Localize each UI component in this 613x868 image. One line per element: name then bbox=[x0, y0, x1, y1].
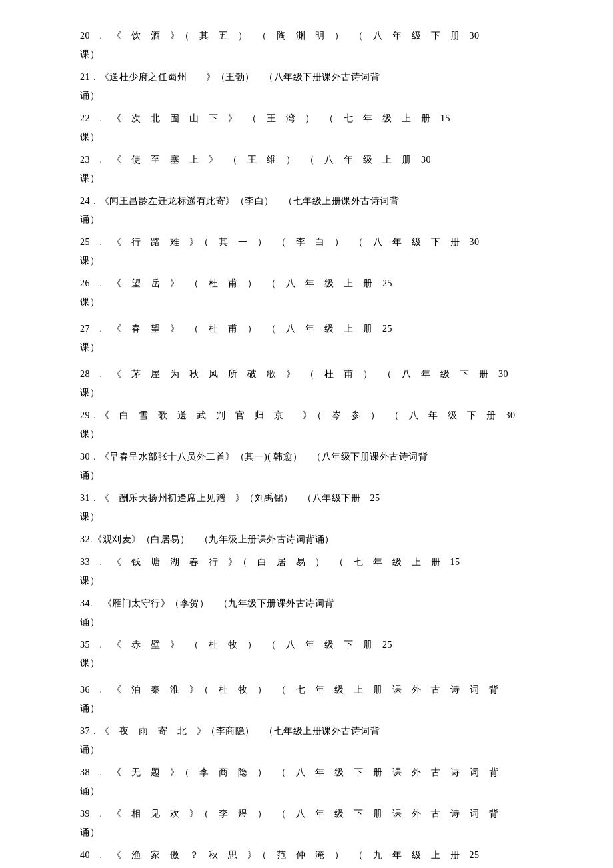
entry-37: 37．《 夜 雨 寄 北 》（李商隐） （七年级上册课外古诗词背诵） bbox=[80, 722, 533, 759]
entry-31: 31．《 酬乐天扬州初逢席上见赠 》（刘禹锡） （八年级下册 25课） bbox=[80, 489, 533, 526]
entry-22-text: 22 . 《 次 北 固 山 下 》 （ 王 湾 ） （ 七 年 级 上 册 1… bbox=[80, 113, 450, 142]
entry-35: 35 . 《 赤 壁 》 （ 杜 牧 ） （ 八 年 级 下 册 25课） bbox=[80, 636, 533, 673]
entry-24-text: 24．《闻王昌龄左迁龙标遥有此寄》（李白） （七年级上册课外古诗词背诵） bbox=[80, 196, 399, 224]
entry-38-text: 38 . 《 无 题 》（ 李 商 隐 ） （ 八 年 级 下 册 课 外 古 … bbox=[80, 767, 498, 796]
entry-39-text: 39 . 《 相 见 欢 》（ 李 煜 ） （ 八 年 级 下 册 课 外 古 … bbox=[80, 809, 498, 837]
entry-20-text: 20 . 《 饮 酒 》（ 其 五 ） （ 陶 渊 明 ） （ 八 年 级 下 … bbox=[80, 31, 480, 59]
entry-30-text: 30．《早春呈水部张十八员外二首》（其一)( 韩愈） （八年级下册课外古诗词背诵… bbox=[80, 452, 428, 480]
entry-39: 39 . 《 相 见 欢 》（ 李 煜 ） （ 八 年 级 下 册 课 外 古 … bbox=[80, 805, 533, 842]
entry-35-text: 35 . 《 赤 壁 》 （ 杜 牧 ） （ 八 年 级 下 册 25课） bbox=[80, 640, 392, 668]
main-content: 20 . 《 饮 酒 》（ 其 五 ） （ 陶 渊 明 ） （ 八 年 级 下 … bbox=[80, 27, 533, 868]
entry-33: 33 . 《 钱 塘 湖 春 行 》（ 白 居 易 ） （ 七 年 级 上 册 … bbox=[80, 553, 533, 590]
entry-24: 24．《闻王昌龄左迁龙标遥有此寄》（李白） （七年级上册课外古诗词背诵） bbox=[80, 192, 533, 229]
entry-23-text: 23 . 《 使 至 塞 上 》 （ 王 维 ） （ 八 年 级 上 册 30课… bbox=[80, 155, 431, 183]
entry-40: 40 . 《 渔 家 傲 ？ 秋 思 》（ 范 仲 淹 ） （ 九 年 级 上 … bbox=[80, 846, 533, 868]
entry-21-text: 21．《送杜少府之任蜀州 》（王勃） （八年级下册课外古诗词背诵） bbox=[80, 72, 380, 101]
entry-30: 30．《早春呈水部张十八员外二首》（其一)( 韩愈） （八年级下册课外古诗词背诵… bbox=[80, 448, 533, 485]
entry-37-text: 37．《 夜 雨 寄 北 》（李商隐） （七年级上册课外古诗词背诵） bbox=[80, 726, 380, 755]
entry-23: 23 . 《 使 至 塞 上 》 （ 王 维 ） （ 八 年 级 上 册 30课… bbox=[80, 151, 533, 188]
entry-27-text: 27 . 《 春 望 》 （ 杜 甫 ） （ 八 年 级 上 册 25课） bbox=[80, 324, 392, 352]
entry-36-text: 36 . 《 泊 秦 淮 》（ 杜 牧 ） （ 七 年 级 上 册 课 外 古 … bbox=[80, 685, 498, 713]
entry-28-text: 28 . 《 茅 屋 为 秋 风 所 破 歌 》 （ 杜 甫 ） （ 八 年 级… bbox=[80, 369, 508, 398]
entry-38: 38 . 《 无 题 》（ 李 商 隐 ） （ 八 年 级 下 册 课 外 古 … bbox=[80, 763, 533, 801]
entry-26-text: 26 . 《 望 岳 》 （ 杜 甫 ） （ 八 年 级 上 册 25课） bbox=[80, 278, 392, 307]
entry-32: 32.《观刈麦》（白居易） （九年级上册课外古诗词背诵） bbox=[80, 530, 533, 549]
entry-31-text: 31．《 酬乐天扬州初逢席上见赠 》（刘禹锡） （八年级下册 25课） bbox=[80, 493, 380, 522]
entry-20: 20 . 《 饮 酒 》（ 其 五 ） （ 陶 渊 明 ） （ 八 年 级 下 … bbox=[80, 27, 533, 64]
entry-25: 25 . 《 行 路 难 》（ 其 一 ） （ 李 白 ） （ 八 年 级 下 … bbox=[80, 233, 533, 270]
entry-32-text: 32.《观刈麦》（白居易） （九年级上册课外古诗词背诵） bbox=[80, 534, 334, 544]
entry-29: 29．《 白 雪 歌 送 武 判 官 归 京 》（ 岑 参 ） （ 八 年 级 … bbox=[80, 406, 533, 444]
entry-36: 36 . 《 泊 秦 淮 》（ 杜 牧 ） （ 七 年 级 上 册 课 外 古 … bbox=[80, 681, 533, 718]
entry-27: 27 . 《 春 望 》 （ 杜 甫 ） （ 八 年 级 上 册 25课） bbox=[80, 320, 533, 357]
entry-34: 34. 《雁门太守行》（李贺） （九年级下册课外古诗词背诵） bbox=[80, 594, 533, 632]
entry-34-text: 34. 《雁门太守行》（李贺） （九年级下册课外古诗词背诵） bbox=[80, 598, 334, 627]
entry-40-text: 40 . 《 渔 家 傲 ？ 秋 思 》（ 范 仲 淹 ） （ 九 年 级 上 … bbox=[80, 850, 480, 868]
entry-29-text: 29．《 白 雪 歌 送 武 判 官 归 京 》（ 岑 参 ） （ 八 年 级 … bbox=[80, 410, 516, 439]
entry-21: 21．《送杜少府之任蜀州 》（王勃） （八年级下册课外古诗词背诵） bbox=[80, 68, 533, 105]
entry-25-text: 25 . 《 行 路 难 》（ 其 一 ） （ 李 白 ） （ 八 年 级 下 … bbox=[80, 237, 480, 266]
entry-28: 28 . 《 茅 屋 为 秋 风 所 破 歌 》 （ 杜 甫 ） （ 八 年 级… bbox=[80, 365, 533, 402]
entry-33-text: 33 . 《 钱 塘 湖 春 行 》（ 白 居 易 ） （ 七 年 级 上 册 … bbox=[80, 557, 460, 586]
entry-22: 22 . 《 次 北 固 山 下 》 （ 王 湾 ） （ 七 年 级 上 册 1… bbox=[80, 109, 533, 147]
entry-26: 26 . 《 望 岳 》 （ 杜 甫 ） （ 八 年 级 上 册 25课） bbox=[80, 274, 533, 312]
